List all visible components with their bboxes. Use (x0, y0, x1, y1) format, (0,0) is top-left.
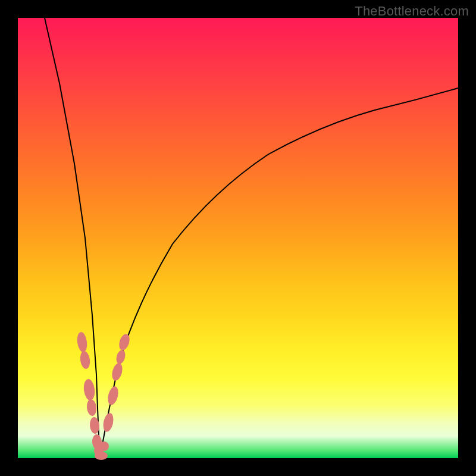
marker-right-5 (115, 349, 127, 365)
marker-left-2 (79, 350, 91, 369)
watermark-text: TheBottleneck.com (355, 4, 469, 19)
right-branch-curve (100, 88, 458, 458)
marker-right-1 (99, 441, 109, 451)
marker-right-2 (102, 412, 115, 433)
marker-right-3 (106, 386, 120, 406)
chart-frame: TheBottleneck.com (0, 0, 476, 476)
marker-right-6 (117, 333, 131, 352)
marker-trough (95, 452, 108, 460)
marker-left-1 (76, 331, 89, 353)
marker-left-4 (86, 399, 98, 416)
marker-left-3 (83, 378, 96, 401)
curve-layer (18, 18, 458, 458)
marker-right-4 (110, 362, 124, 381)
plot-area (18, 18, 458, 458)
